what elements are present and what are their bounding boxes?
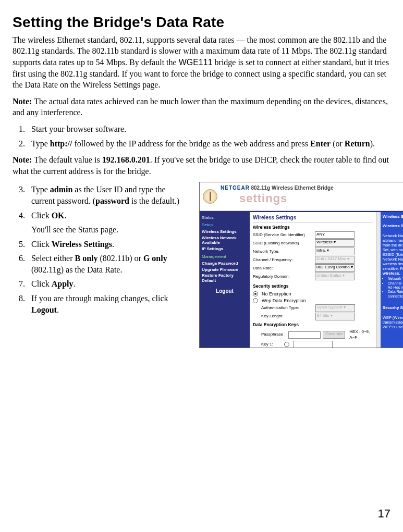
key1-radio[interactable] (284, 342, 289, 347)
regulatory-label: Regulatory Domain: (253, 274, 313, 280)
passphrase-label: Passphrase : (261, 332, 286, 338)
step-3: Type admin as the User ID and type the c… (27, 184, 190, 206)
page-title: Setting the Bridge's Data Rate (13, 13, 390, 32)
key1-label: Key 1: (261, 342, 282, 348)
existing-networks-label: SSID (Existing networks) (253, 241, 313, 246)
nav-wireless-settings[interactable]: Wireless Settings (202, 229, 248, 234)
note-2: Note: The default value is 192.168.0.201… (13, 154, 390, 177)
wep-label: Wep Data Encryption (262, 298, 306, 304)
ssid-input[interactable]: ANY (315, 231, 355, 239)
network-type-select[interactable]: Infra. ▾ (315, 248, 355, 255)
ssid-label: SSID (Service Set Identifier) (253, 232, 313, 238)
step-1: Start your browser software. (27, 123, 390, 135)
key-length-label: Key Length: (261, 314, 313, 319)
center-scrollbar[interactable] (376, 212, 381, 348)
no-encryption-radio[interactable] (253, 291, 258, 296)
step-4: Click OK. (27, 210, 190, 221)
data-encryption-heading: Data Encryption Keys (253, 322, 373, 328)
nav-upgrade-firmware[interactable]: Upgrade Firmware (202, 267, 248, 273)
nav-setup-header: Setup (202, 222, 248, 228)
nav-ip-settings[interactable]: IP Settings (202, 246, 248, 252)
security-heading: Security settings (253, 283, 373, 289)
brand-label: NETGEAR (221, 185, 250, 191)
intro-paragraph: The wireless Ethernet standard, 802.11, … (13, 34, 390, 91)
step-4-sub: You'll see the Status page. (31, 224, 190, 236)
main-panel: Wireless Settings Wireless Settings SSID… (250, 212, 376, 348)
settings-heading: settings (239, 191, 334, 206)
auth-type-label: Authentication Type: (261, 305, 313, 311)
nav-logout[interactable]: Logout (202, 288, 248, 295)
channel-select[interactable]: Ch6 / 2437 Mhz ▾ (315, 256, 355, 264)
nav-restore-default[interactable]: Restore Factory Default (202, 273, 248, 283)
nav-wireless-network[interactable]: Wireless Network Available (202, 236, 248, 245)
data-rate-select[interactable]: 802.11b/g Combo ▾ (315, 264, 355, 272)
help-panel: Wireless Settin Wireless Settings Networ… (381, 212, 403, 348)
page-number: 17 (378, 506, 390, 522)
netgear-logo-icon (203, 189, 217, 204)
data-rate-label: Data Rate: (253, 266, 313, 271)
panel-subheading: Wireless Settings (253, 225, 373, 230)
step-6: Select either B only (802.11b) or G only… (27, 253, 190, 275)
hex-hint: HEX : 0~9, A~F (349, 329, 372, 341)
key1-input[interactable] (293, 341, 333, 347)
regulatory-select[interactable]: United States ▾ (315, 273, 355, 280)
nav-management-header: Management (202, 254, 248, 260)
auth-type-select[interactable]: Open System ▾ (315, 304, 355, 312)
existing-networks-select[interactable]: Wireless ▾ (315, 239, 355, 247)
nav-change-password[interactable]: Change Password (202, 261, 248, 266)
note-1: Note: The actual data rates achieved can… (13, 96, 390, 118)
product-title: 802.11g Wireless Ethernet Bridge (251, 185, 333, 191)
no-encryption-label: No Encryption (262, 291, 291, 297)
step-8: If you are through making changes, click… (27, 293, 190, 315)
network-type-label: Network Type: (253, 249, 313, 255)
wep-radio[interactable] (253, 298, 258, 303)
step-2: Type http:// followed by the IP address … (27, 138, 390, 150)
step-5: Click Wireless Settings. (27, 239, 190, 250)
step-7: Click Apply. (27, 278, 190, 290)
key-length-select[interactable]: 64 bits ▾ (315, 313, 355, 320)
generate-button[interactable]: Generate (323, 331, 345, 339)
sidebar: Status Setup Wireless Settings Wireless … (200, 212, 250, 348)
channel-label: Channel / Frequency: (253, 257, 313, 263)
embedded-screenshot: NETGEAR 802.11g Wireless Ethernet Bridge… (199, 182, 403, 348)
nav-status[interactable]: Status (202, 215, 248, 221)
help-heading: Wireless Settin (383, 214, 403, 219)
panel-heading: Wireless Settings (253, 214, 373, 223)
passphrase-input[interactable] (288, 331, 321, 339)
